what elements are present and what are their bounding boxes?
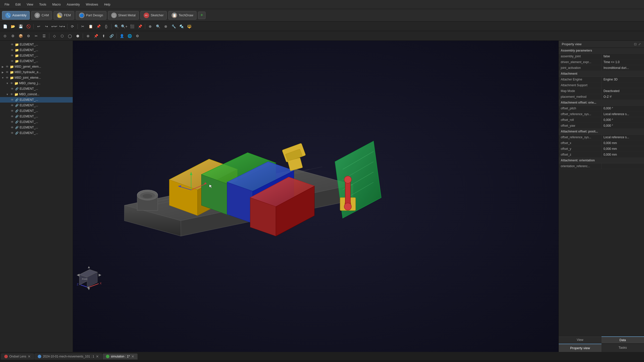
tree-item-mbd-joint[interactable]: ▼ 👁 📁 MBD_joint_eleme... xyxy=(0,75,73,80)
tree-item-el9[interactable]: 👁 🔗 ELEMENT_... xyxy=(0,114,73,119)
expand-arrow[interactable]: ▶ xyxy=(1,65,5,68)
section-att-offset-pos[interactable]: Attachment offset: posit... xyxy=(559,129,644,134)
section-attachment[interactable]: Attachment xyxy=(559,71,644,77)
menu-view[interactable]: View xyxy=(24,2,36,7)
visibility-icon[interactable]: 👁 xyxy=(5,70,9,74)
tool1[interactable]: 🔧 xyxy=(170,23,177,30)
tab-tasks[interactable]: Tasks xyxy=(601,344,644,352)
package-button[interactable]: 📦 xyxy=(17,33,24,39)
tab-view[interactable]: View xyxy=(559,336,601,343)
paste-button[interactable]: 📌 xyxy=(95,23,102,30)
up-button[interactable]: ⬆ xyxy=(100,33,107,39)
workbench-sketcher[interactable]: ✏ Sketcher xyxy=(140,11,167,20)
expr-button[interactable]: {} xyxy=(103,23,110,30)
tool2[interactable]: 🔩 xyxy=(178,23,185,30)
visibility-icon[interactable]: 👁 xyxy=(10,120,14,124)
workbench-fem[interactable]: 📐 FEM xyxy=(54,11,74,20)
undo-button[interactable]: ↩ xyxy=(35,23,42,30)
add-workbench-button[interactable]: + xyxy=(198,12,206,19)
diamond-button[interactable]: ◇ xyxy=(51,33,58,39)
close-button[interactable]: 🚫 xyxy=(25,23,32,30)
collapse-arrow[interactable]: ▼ xyxy=(1,76,5,79)
copy-button[interactable]: 📋 xyxy=(87,23,94,30)
tree-item-el1[interactable]: 👁 📁 ELEMENT_... xyxy=(0,42,73,47)
redo-button[interactable]: ↪ xyxy=(43,23,50,30)
visibility-icon[interactable]: 👁 xyxy=(10,103,14,107)
visibility-icon[interactable]: 👁 xyxy=(10,125,14,129)
visibility-icon[interactable]: 👁 xyxy=(10,54,14,58)
visibility-icon[interactable]: 👁 xyxy=(10,87,14,91)
collapse-arrow[interactable]: ▼ xyxy=(6,93,9,96)
tree-item-el6-selected[interactable]: 👁 🔗 ELEMENT_... xyxy=(0,97,73,103)
hex-button[interactable]: ⬡ xyxy=(59,33,66,39)
section-att-offset-ori[interactable]: Attachment offset: orie... xyxy=(559,100,644,106)
redo-all-button[interactable]: ↪↪ xyxy=(59,23,66,30)
new-button[interactable]: 📄 xyxy=(2,23,9,30)
movements-tab-close[interactable]: ✕ xyxy=(96,355,99,358)
visibility-icon[interactable]: 👁 xyxy=(10,109,14,113)
user-button[interactable]: 👤 xyxy=(118,33,125,39)
menu-edit[interactable]: Edit xyxy=(13,2,23,7)
tree-item-mbd-hydraulic[interactable]: ▶ 👁 📁 MBD_hydraulic_e... xyxy=(0,69,73,75)
hexfill-button[interactable]: ⬢ xyxy=(74,33,81,39)
visibility-icon[interactable]: 👁 xyxy=(10,131,14,135)
tab-movements[interactable]: 2024-10-01-mech-movements_101 : 1 ✕ xyxy=(34,353,102,359)
settings-button[interactable]: ⚙ xyxy=(9,33,16,39)
tab-simulation[interactable]: simulation : 1* ✕ xyxy=(103,353,138,359)
simulation-tab-close[interactable]: ✕ xyxy=(131,355,134,358)
tree-item-mbd-genel[interactable]: ▶ 👁 📁 MBD_genel_elem... xyxy=(0,64,73,69)
3d-viewport[interactable]: X Y Z Front ◀ ▶ ▲ ▼ xyxy=(73,41,558,352)
tree-item-el4[interactable]: 👁 📁 ELEMENT_... xyxy=(0,58,73,64)
visibility-icon[interactable]: 👁 xyxy=(5,76,9,80)
tree-item-el8[interactable]: 👁 🔗 ELEMENT_... xyxy=(0,108,73,114)
ondsel-tab-close[interactable]: ✕ xyxy=(28,355,31,358)
gear-button[interactable]: ⚙ xyxy=(25,33,32,39)
visibility-icon[interactable]: 👁 xyxy=(10,114,14,118)
snap-button[interactable]: 📌 xyxy=(136,23,143,30)
menu-macro[interactable]: Macro xyxy=(50,2,63,7)
tool3[interactable]: 🔱 xyxy=(186,23,193,30)
visibility-icon[interactable]: 👁 xyxy=(10,81,14,85)
add-button[interactable]: ⊕ xyxy=(85,33,92,39)
section-assembly-params[interactable]: Assembly parameters xyxy=(559,48,644,54)
workbench-partdesign[interactable]: 🔵 Part Design xyxy=(76,11,106,20)
tree-item-el7[interactable]: 👁 🔗 ELEMENT_... xyxy=(0,103,73,108)
assemble-button[interactable]: ⊙ xyxy=(2,33,9,39)
tree-item-el10[interactable]: 👁 🔗 ELEMENT_... xyxy=(0,119,73,125)
config-button[interactable]: ⚙ xyxy=(134,33,141,39)
tree-item-el2[interactable]: 👁 📁 ELEMENT_... xyxy=(0,47,73,53)
pin-button[interactable]: 📌 xyxy=(92,33,99,39)
expand-arrow[interactable]: ▶ xyxy=(1,70,5,74)
circle-button[interactable]: ◯ xyxy=(66,33,73,39)
visibility-icon[interactable]: 👁 xyxy=(10,59,14,63)
menu-file[interactable]: File xyxy=(2,2,12,7)
menu-windows[interactable]: Windows xyxy=(83,2,101,7)
open-button[interactable]: 📂 xyxy=(9,23,16,30)
save-button[interactable]: 💾 xyxy=(17,23,24,30)
visibility-icon[interactable]: 👁 xyxy=(10,42,14,47)
visibility-icon[interactable]: 👁 xyxy=(10,48,14,52)
list-button[interactable]: ☰ xyxy=(41,33,48,39)
menu-assembly[interactable]: Assembly xyxy=(64,2,82,7)
section-att-orientation[interactable]: Attachment: orientation xyxy=(559,158,644,163)
workbench-sheetmetal[interactable]: ◻ Sheet Metal xyxy=(108,11,139,20)
tree-item-el3[interactable]: 👁 📁 ELEMENT_... xyxy=(0,53,73,58)
menu-tools[interactable]: Tools xyxy=(37,2,49,7)
globe-button[interactable]: 🌐 xyxy=(126,33,133,39)
zoom-in-button[interactable]: 🔍+ xyxy=(121,23,128,30)
view-cube-button[interactable]: ⬛ xyxy=(129,23,136,30)
tab-ondsel[interactable]: Ondsel Lens ✕ xyxy=(1,353,34,359)
tree-item-el12[interactable]: 👁 🔗 ELEMENT_... xyxy=(0,130,73,136)
measure-button[interactable]: ⊕ xyxy=(147,23,154,30)
tree-item-mbd-coincid[interactable]: ▼ 👁 📁 MBD_coincid... xyxy=(0,92,73,97)
workbench-assembly[interactable]: 🔧 Assembly xyxy=(2,11,30,20)
zoom-area-button[interactable]: 🔍 xyxy=(154,23,162,30)
refresh-button[interactable]: ⟳ xyxy=(69,23,76,30)
link-button[interactable]: 🔗 xyxy=(108,33,115,39)
visibility-icon[interactable]: 👁 xyxy=(10,98,14,102)
tab-property-view[interactable]: Property view xyxy=(559,344,601,352)
tab-data[interactable]: Data xyxy=(601,336,644,343)
zoom-fit-button[interactable]: 🔍 xyxy=(113,23,120,30)
maximize-icon[interactable]: ⤢ xyxy=(638,42,641,46)
visibility-icon[interactable]: 👁 xyxy=(5,65,9,69)
